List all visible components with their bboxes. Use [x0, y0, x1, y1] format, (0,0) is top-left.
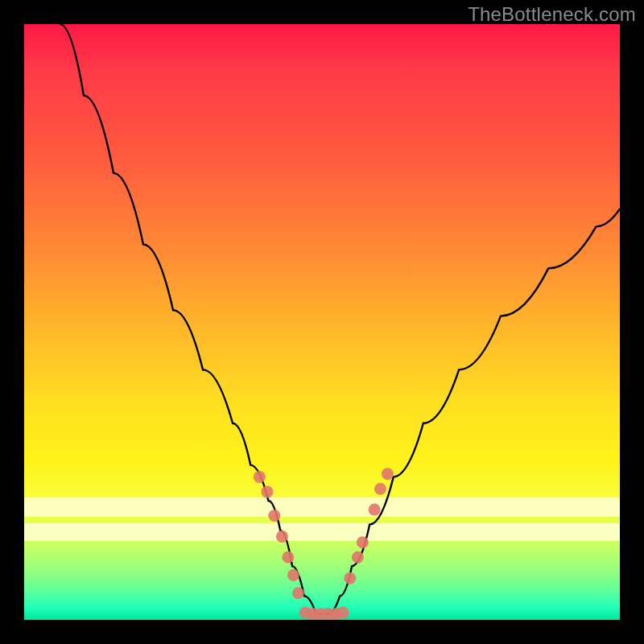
data-point — [254, 471, 266, 483]
watermark-text: TheBottleneck.com — [468, 3, 636, 26]
plot-area — [24, 24, 620, 620]
data-point — [352, 551, 364, 564]
data-point — [268, 510, 280, 522]
data-point — [287, 569, 299, 581]
chart-frame: TheBottleneck.com — [0, 0, 644, 644]
scatter-floor — [299, 607, 349, 620]
data-point — [374, 483, 386, 495]
data-point — [292, 587, 304, 599]
data-point — [357, 536, 369, 548]
scatter-left-arm — [254, 471, 304, 599]
data-point — [369, 504, 381, 516]
data-point — [344, 572, 356, 584]
data-point — [282, 551, 294, 564]
bottleneck-curve — [60, 24, 620, 614]
data-point — [261, 485, 273, 497]
data-point — [336, 607, 349, 619]
data-point — [382, 468, 394, 480]
data-point — [276, 530, 288, 543]
curve-layer — [24, 24, 620, 620]
